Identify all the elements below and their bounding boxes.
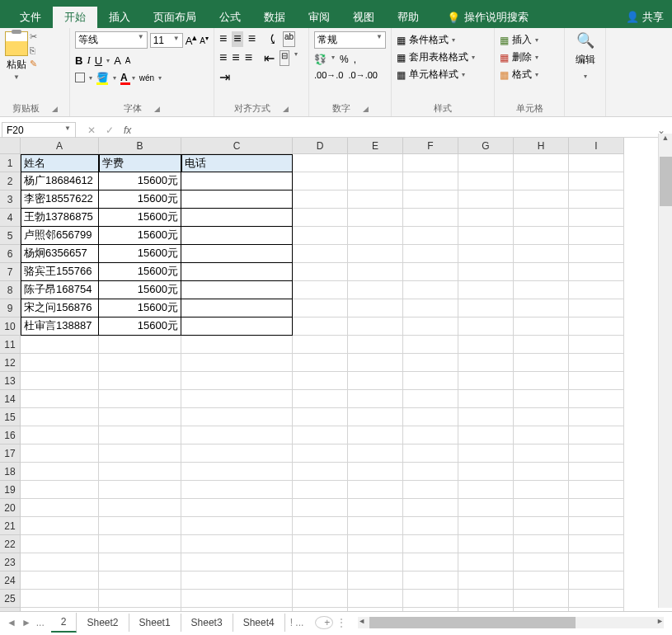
cell[interactable] [293,390,348,408]
cell[interactable] [514,154,569,172]
cell[interactable] [181,372,293,390]
cell[interactable] [21,535,99,553]
col-header-H[interactable]: H [514,138,569,154]
cell[interactable] [569,572,624,590]
cell[interactable] [293,354,348,372]
cell[interactable] [458,263,514,281]
increase-decimal-icon[interactable]: .00→.0 [314,70,343,80]
cell[interactable] [348,499,403,517]
cell[interactable] [514,463,569,481]
cell[interactable] [348,572,403,590]
row-header-11[interactable]: 11 [0,336,21,354]
cell[interactable] [514,408,569,426]
align-center-icon[interactable]: ≡ [232,50,239,66]
row-header-8[interactable]: 8 [0,281,21,299]
cell[interactable] [458,190,514,209]
row-header-23[interactable]: 23 [0,553,21,572]
vscroll-thumb[interactable] [660,157,672,206]
cell[interactable] [181,426,293,444]
cell[interactable]: 杨广18684612 [21,172,99,190]
cell[interactable] [181,281,293,299]
cell[interactable] [293,444,348,463]
cell[interactable] [293,263,348,281]
cell[interactable] [348,553,403,572]
currency-icon[interactable]: 💱 [314,54,327,65]
row-header-7[interactable]: 7 [0,263,21,281]
cell[interactable] [514,426,569,444]
cell[interactable] [181,535,293,553]
cell[interactable] [514,299,569,318]
cell[interactable] [348,590,403,608]
tab-layout[interactable]: 页面布局 [142,7,208,28]
cell[interactable] [403,535,458,553]
dialog-launcher-icon[interactable]: ◢ [363,105,369,113]
cell[interactable] [21,463,99,481]
cell[interactable] [403,299,458,318]
cell[interactable] [458,209,514,227]
cell[interactable] [181,209,293,227]
align-left-icon[interactable]: ≡ [219,50,227,66]
cut-icon[interactable]: ✂ [30,31,37,42]
align-bottom-icon[interactable]: ≡ [248,31,256,47]
cell[interactable] [99,354,181,372]
copy-icon[interactable]: ⎘ [30,45,37,55]
border-button[interactable] [75,73,85,82]
tab-nav-more-icon[interactable]: ... [36,617,45,628]
cell[interactable] [181,172,293,190]
cell[interactable] [293,209,348,227]
format-painter-icon[interactable]: ✎ [30,59,37,69]
row-header-17[interactable]: 17 [0,444,21,463]
merge-cells-icon[interactable]: ⊟ [280,50,289,66]
percent-icon[interactable]: % [340,54,349,65]
cell[interactable] [514,590,569,608]
cell[interactable] [99,336,181,354]
cell[interactable] [569,209,624,227]
cell[interactable] [348,354,403,372]
col-header-D[interactable]: D [293,138,348,154]
cell[interactable] [293,590,348,608]
cell[interactable]: 15600元 [99,263,181,281]
cell[interactable] [514,336,569,354]
cell[interactable] [293,517,348,535]
cell[interactable] [293,372,348,390]
col-header-A[interactable]: A [21,138,99,154]
cell[interactable] [181,190,293,209]
row-header-24[interactable]: 24 [0,572,21,590]
paste-button[interactable]: 粘贴 ▼ [5,31,28,81]
cell[interactable] [348,318,403,336]
cell[interactable] [569,190,624,209]
cell[interactable] [348,154,403,172]
cell[interactable] [181,499,293,517]
tab-view[interactable]: 视图 [341,7,386,28]
cell[interactable] [403,553,458,572]
row-header-15[interactable]: 15 [0,408,21,426]
cell[interactable] [293,535,348,553]
cell[interactable] [99,408,181,426]
align-middle-icon[interactable]: ≡ [232,31,242,47]
row-header-22[interactable]: 22 [0,535,21,553]
align-right-icon[interactable]: ≡ [245,50,252,66]
cell[interactable] [458,463,514,481]
cell[interactable]: 陈子昂168754 [21,281,99,299]
table-format-button[interactable]: ▦ 套用表格格式 ▾ [397,49,489,66]
fx-icon[interactable]: fx [124,125,131,136]
cell[interactable] [99,481,181,499]
cell[interactable] [514,227,569,245]
cell[interactable] [569,154,624,172]
increase-indent-icon[interactable]: ⇥ [219,69,230,85]
row-header-18[interactable]: 18 [0,463,21,481]
cell[interactable] [21,517,99,535]
cell[interactable] [293,336,348,354]
cell[interactable] [458,245,514,263]
cell[interactable]: 15600元 [99,318,181,336]
cancel-icon[interactable]: ✕ [87,125,96,136]
tab-help[interactable]: 帮助 [386,7,430,28]
cell[interactable] [514,263,569,281]
cell[interactable] [21,481,99,499]
shrink-font-icon[interactable]: A▾ [200,34,209,45]
name-box[interactable]: F20 ▼ [2,122,76,139]
find-button[interactable]: 🔍 [570,31,600,49]
dialog-launcher-icon[interactable]: ◢ [52,105,58,113]
cell-style-button[interactable]: ▦ 单元格样式 ▾ [397,66,489,83]
cell[interactable] [514,190,569,209]
